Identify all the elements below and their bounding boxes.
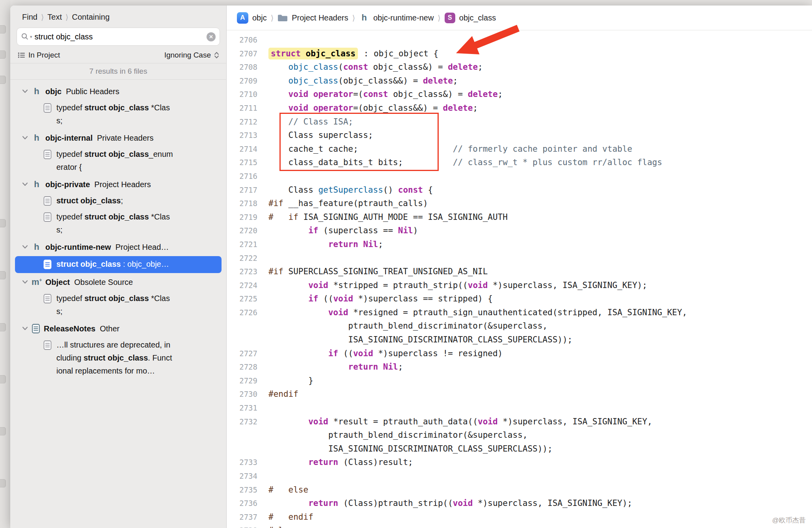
line-number-gutter[interactable]: 2727 [227, 347, 257, 361]
line-number-gutter[interactable]: 2720 [227, 224, 257, 238]
code-line-text[interactable]: # endif [257, 510, 313, 524]
disclosure-chevron-icon[interactable] [22, 89, 28, 93]
line-number-gutter[interactable] [227, 319, 257, 333]
line-number-gutter[interactable]: 2723 [227, 265, 257, 279]
disclosure-chevron-icon[interactable] [22, 136, 28, 140]
line-number-gutter[interactable]: 2725 [227, 292, 257, 306]
code-line-text[interactable]: class_data_bits_t bits; // class_rw_t * … [257, 156, 662, 169]
jump-bar-item[interactable]: Project Headers [292, 13, 348, 22]
line-number-gutter[interactable]: 2728 [227, 360, 257, 374]
code-line-text[interactable] [257, 469, 268, 483]
line-number-gutter[interactable]: 2707 [227, 47, 257, 61]
line-number-gutter[interactable]: 2711 [227, 101, 257, 115]
search-field[interactable]: ▾ ✕ [17, 28, 220, 46]
search-result-item[interactable]: struct objc_class; [10, 193, 226, 209]
line-number-gutter[interactable]: 2709 [227, 74, 257, 88]
disclosure-chevron-icon[interactable] [22, 182, 28, 186]
line-number-gutter[interactable]: 2706 [227, 33, 257, 47]
case-sensitivity-menu[interactable]: Ignoring Case [164, 51, 219, 59]
code-line-text[interactable]: # if ISA_SIGNING_AUTH_MODE == ISA_SIGNIN… [257, 210, 508, 224]
code-line-text[interactable]: objc_class(const objc_class&) = delete; [257, 60, 483, 74]
clear-search-button[interactable]: ✕ [207, 32, 216, 41]
code-line-text[interactable]: # else [257, 483, 308, 497]
line-number-gutter[interactable]: 2715 [227, 156, 257, 169]
jump-bar-item[interactable]: objc [252, 13, 267, 22]
file-group-row[interactable]: ReleaseNotesOther [10, 320, 226, 337]
code-line-text[interactable]: ISA_SIGNING_DISCRIMINATOR_CLASS_SUPERCLA… [257, 442, 553, 456]
code-line-text[interactable]: #endif [257, 387, 298, 401]
search-result-item[interactable]: typedef struct objc_class *Class; [10, 291, 226, 320]
file-group-row[interactable]: m+ObjectObsolete Source [10, 273, 226, 291]
search-history-caret-icon[interactable]: ▾ [30, 34, 32, 39]
code-line-text[interactable]: return Nil; [257, 360, 403, 374]
code-line-text[interactable]: struct objc_class : objc_object { [257, 47, 438, 61]
code-line-text[interactable]: return (Class)result; [257, 455, 413, 469]
search-scope-menu[interactable]: In Project [17, 51, 60, 59]
code-line-text[interactable]: #else [257, 524, 293, 528]
code-line-text[interactable]: if ((void *)superclass != resigned) [257, 347, 503, 361]
code-line-text[interactable]: void operator=(const objc_class&) = dele… [257, 87, 503, 101]
line-number-gutter[interactable]: 2726 [227, 306, 257, 320]
disclosure-chevron-icon[interactable] [22, 280, 28, 284]
search-result-item[interactable]: struct objc_class : objc_obje… [15, 256, 222, 273]
line-number-gutter[interactable]: 2717 [227, 183, 257, 197]
code-line-text[interactable] [257, 251, 268, 265]
code-line-text[interactable] [257, 169, 268, 183]
disclosure-chevron-icon[interactable] [22, 245, 28, 249]
line-number-gutter[interactable] [227, 333, 257, 347]
code-line-text[interactable]: void *resigned = ptrauth_sign_unauthenti… [257, 306, 687, 320]
line-number-gutter[interactable]: 2710 [227, 87, 257, 101]
code-line-text[interactable]: ISA_SIGNING_DISCRIMINATOR_CLASS_SUPERCLA… [257, 333, 572, 347]
code-line-text[interactable]: if ((void *)superclass == stripped) { [257, 292, 493, 306]
find-style-menu[interactable]: Containing [72, 13, 110, 22]
line-number-gutter[interactable]: 2714 [227, 142, 257, 156]
code-line-text[interactable]: cache_t cache; // formerly cache pointer… [257, 142, 632, 156]
code-line-text[interactable]: #if __has_feature(ptrauth_calls) [257, 197, 428, 210]
jump-bar-item[interactable]: objc_class [459, 13, 496, 22]
search-input[interactable] [35, 32, 204, 41]
line-number-gutter[interactable]: 2716 [227, 169, 257, 183]
code-line-text[interactable]: return Nil; [257, 238, 383, 251]
code-line-text[interactable] [257, 33, 268, 47]
code-line-text[interactable]: // Class ISA; [257, 115, 353, 129]
line-number-gutter[interactable]: 2738 [227, 524, 257, 528]
line-number-gutter[interactable]: 2729 [227, 374, 257, 388]
line-number-gutter[interactable]: 2721 [227, 238, 257, 251]
file-group-row[interactable]: hobjc-privateProject Headers [10, 176, 226, 193]
code-line-text[interactable]: void operator=(objc_class&&) = delete; [257, 101, 478, 115]
line-number-gutter[interactable]: 2731 [227, 401, 257, 415]
file-group-row[interactable]: hobjc-internalPrivate Headers [10, 129, 226, 147]
code-line-text[interactable]: #if SUPERCLASS_SIGNING_TREAT_UNSIGNED_AS… [257, 265, 488, 279]
line-number-gutter[interactable]: 2718 [227, 197, 257, 210]
line-number-gutter[interactable]: 2722 [227, 251, 257, 265]
code-line-text[interactable]: if (superclass == Nil) [257, 224, 418, 238]
file-group-row[interactable]: hobjc-runtime-newProject Head… [10, 238, 226, 256]
code-line-text[interactable]: ptrauth_blend_discriminator(&superclass, [257, 319, 548, 333]
code-line-text[interactable]: Class getSuperclass() const { [257, 183, 433, 197]
code-line-text[interactable]: Class superclass; [257, 128, 373, 142]
code-line-text[interactable]: void *result = ptrauth_auth_data((void *… [257, 415, 652, 429]
find-type-menu[interactable]: Find [22, 13, 37, 22]
code-line-text[interactable]: objc_class(objc_class&&) = delete; [257, 74, 458, 88]
line-number-gutter[interactable]: 2737 [227, 510, 257, 524]
code-line-text[interactable]: void *stripped = ptrauth_strip((void *)s… [257, 279, 647, 292]
code-line-text[interactable]: ptrauth_blend_discriminator(&superclass, [257, 428, 527, 442]
line-number-gutter[interactable]: 2733 [227, 455, 257, 469]
line-number-gutter[interactable]: 2730 [227, 387, 257, 401]
line-number-gutter[interactable] [227, 442, 257, 456]
code-area[interactable]: 27062707struct objc_class : objc_object … [227, 30, 812, 528]
disclosure-chevron-icon[interactable] [22, 327, 28, 331]
line-number-gutter[interactable]: 2734 [227, 469, 257, 483]
code-line-text[interactable]: return (Class)ptrauth_strip((void *)supe… [257, 496, 632, 510]
code-line-text[interactable] [257, 401, 268, 415]
line-number-gutter[interactable]: 2724 [227, 279, 257, 292]
search-icon[interactable] [21, 33, 29, 41]
file-group-row[interactable]: hobjcPublic Headers [10, 83, 226, 100]
line-number-gutter[interactable]: 2712 [227, 115, 257, 129]
line-number-gutter[interactable]: 2713 [227, 128, 257, 142]
line-number-gutter[interactable]: 2732 [227, 415, 257, 429]
search-result-item[interactable]: typedef struct objc_class_enumerator { [10, 147, 226, 176]
search-result-item[interactable]: …ll structures are deprecated, including… [10, 337, 226, 379]
code-line-text[interactable]: } [257, 374, 313, 388]
line-number-gutter[interactable]: 2708 [227, 60, 257, 74]
